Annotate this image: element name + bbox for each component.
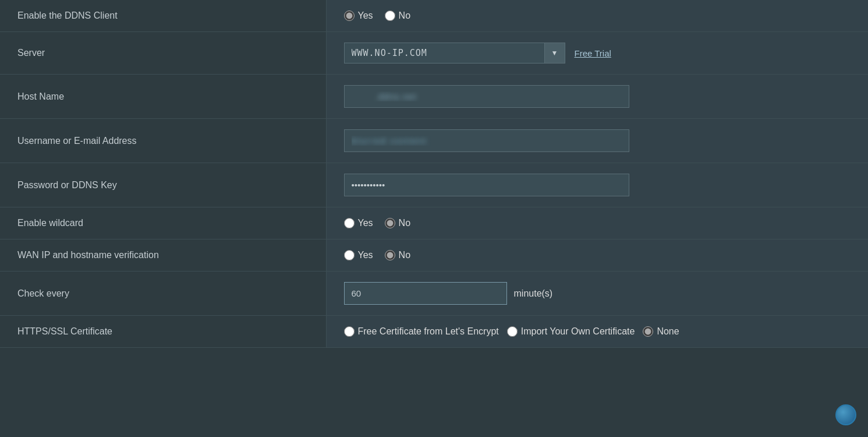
value-username <box>326 119 868 163</box>
row-server: Server WWW.NO-IP.COM WWW.DynDNS.COM Free… <box>0 32 868 75</box>
radio-no-ddns[interactable] <box>385 10 395 21</box>
value-server: WWW.NO-IP.COM WWW.DynDNS.COM Free Trial <box>326 32 868 75</box>
radio-label-wildcard-no[interactable]: No <box>385 218 410 228</box>
password-input[interactable] <box>344 174 629 196</box>
label-https-ssl: HTTPS/SSL Certificate <box>0 316 326 348</box>
radio-wan-no[interactable] <box>385 250 395 260</box>
radio-label-ssl-lets-encrypt[interactable]: Free Certificate from Let's Encrypt <box>344 326 499 337</box>
label-server: Server <box>0 32 326 75</box>
server-select[interactable]: WWW.NO-IP.COM WWW.DynDNS.COM <box>344 43 565 64</box>
row-password: Password or DDNS Key <box>0 163 868 207</box>
label-enable-wildcard: Enable wildcard <box>0 207 326 239</box>
value-https-ssl: Free Certificate from Let's Encrypt Impo… <box>326 316 868 348</box>
row-enable-ddns: Enable the DDNS Client Yes No <box>0 0 868 32</box>
radio-wildcard-no[interactable] <box>385 218 395 228</box>
radio-label-yes-ddns[interactable]: Yes <box>344 10 373 21</box>
check-every-wrapper: minute(s) <box>344 282 851 305</box>
value-wan-ip: Yes No <box>326 239 868 272</box>
value-host-name <box>326 75 868 119</box>
radio-group-enable-ddns: Yes No <box>344 10 851 21</box>
server-select-wrapper: WWW.NO-IP.COM WWW.DynDNS.COM Free Trial <box>344 43 851 64</box>
check-every-input[interactable] <box>344 282 507 305</box>
radio-label-no-ddns[interactable]: No <box>385 10 410 21</box>
host-name-input[interactable] <box>344 85 629 108</box>
radio-ssl-none[interactable] <box>643 326 653 337</box>
row-wan-ip: WAN IP and hostname verification Yes No <box>0 239 868 272</box>
value-enable-wildcard: Yes No <box>326 207 868 239</box>
radio-label-ssl-import[interactable]: Import Your Own Certificate <box>507 326 635 337</box>
row-host-name: Host Name <box>0 75 868 119</box>
label-enable-ddns: Enable the DDNS Client <box>0 0 326 32</box>
free-trial-link[interactable]: Free Trial <box>575 48 611 58</box>
radio-label-ssl-none[interactable]: None <box>643 326 679 337</box>
label-wan-ip: WAN IP and hostname verification <box>0 239 326 272</box>
label-password: Password or DDNS Key <box>0 163 326 207</box>
radio-group-wildcard: Yes No <box>344 218 851 228</box>
label-host-name: Host Name <box>0 75 326 119</box>
radio-ssl-lets-encrypt[interactable] <box>344 326 355 337</box>
radio-ssl-import[interactable] <box>507 326 518 337</box>
minutes-label: minute(s) <box>514 288 553 299</box>
radio-label-wan-no[interactable]: No <box>385 250 410 260</box>
radio-label-wildcard-yes[interactable]: Yes <box>344 218 373 228</box>
username-input[interactable] <box>344 129 629 152</box>
server-select-container: WWW.NO-IP.COM WWW.DynDNS.COM <box>344 43 565 64</box>
radio-wan-yes[interactable] <box>344 250 355 260</box>
row-https-ssl: HTTPS/SSL Certificate Free Certificate f… <box>0 316 868 348</box>
radio-wildcard-yes[interactable] <box>344 218 355 228</box>
label-username: Username or E-mail Address <box>0 119 326 163</box>
value-enable-ddns: Yes No <box>326 0 868 32</box>
bottom-indicator <box>835 404 856 425</box>
value-check-every: minute(s) <box>326 272 868 316</box>
label-check-every: Check every <box>0 272 326 316</box>
row-enable-wildcard: Enable wildcard Yes No <box>0 207 868 239</box>
row-check-every: Check every minute(s) <box>0 272 868 316</box>
ddns-settings-table: Enable the DDNS Client Yes No Server <box>0 0 868 348</box>
row-username: Username or E-mail Address <box>0 119 868 163</box>
radio-group-wan-ip: Yes No <box>344 250 851 260</box>
ssl-radio-group: Free Certificate from Let's Encrypt Impo… <box>344 326 851 337</box>
radio-yes-ddns[interactable] <box>344 10 355 21</box>
value-password <box>326 163 868 207</box>
radio-label-wan-yes[interactable]: Yes <box>344 250 373 260</box>
